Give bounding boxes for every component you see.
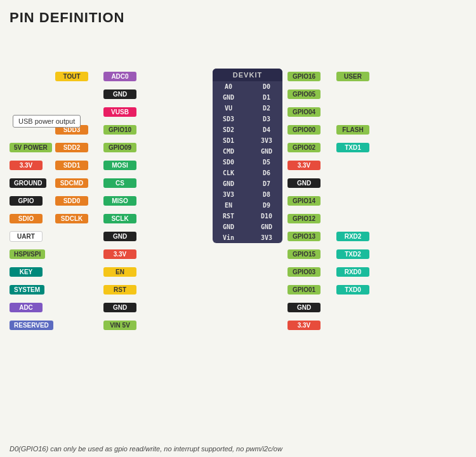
chip-pin-left: A0 [216,83,241,91]
pin-badge: GROUND [10,178,46,188]
list-item: MISO [103,194,136,206]
chip-pin-right: GND [255,147,279,156]
pin-badge: GND [103,303,136,312]
chip-row: SD3D3 [213,114,282,124]
chip-pin-right: D0 [255,83,279,91]
list-item: GPIO01 [288,283,321,295]
chip-pin-right: D2 [255,104,279,112]
chip-header: DEVKIT [213,69,282,81]
list-item: KEY [10,265,43,277]
pin-badge: TXD0 [336,285,369,295]
list-item: RXD0 [336,265,369,277]
pin-badge: VIN 5V [103,321,136,330]
list-item: ADC [10,301,43,312]
pin-badge: HSPI/SPI [10,249,45,259]
pin-badge: GPIO05 [288,89,321,99]
chip-pin-left: Vin [216,234,241,242]
list-item: GPIO16 [288,70,321,81]
pin-badge: GND [288,303,321,312]
pin-badge: RXD2 [336,232,369,241]
list-item: GND [103,88,136,99]
pin-badge: GPIO00 [288,125,321,135]
pin-badge: GPIO10 [103,125,136,135]
list-item: GPIO03 [288,265,321,277]
chip-row: GNDGND [213,222,282,232]
list-item: GND [288,176,321,188]
list-item: TXD1 [336,141,369,152]
list-item: 3.3V [288,319,321,330]
list-item: TXD2 [336,248,369,259]
list-item: VUSB [103,105,136,117]
pin-badge: RST [103,285,136,295]
list-item: GND [288,301,321,312]
chip-pin-right: D4 [255,126,279,134]
list-item: SDD0 [55,194,88,206]
list-item: TOUT [55,70,88,81]
footer-note: D0(GPIO16) can only be used as gpio read… [10,445,466,453]
chip-row: Vin3V3 [213,232,282,243]
pin-badge: GPIO09 [103,143,136,152]
pin-badge: GPIO12 [288,214,321,223]
list-item: HSPI/SPI [10,248,45,259]
pin-badge: GPIO02 [288,143,321,152]
pin-badge: CS [103,178,136,188]
pin-badge: TXD2 [336,249,369,259]
pin-badge: GPIO14 [288,196,321,206]
chip-pin-left: CMD [216,147,241,156]
list-item: 3.3V [10,159,43,170]
pin-badge: UART [10,231,43,242]
list-item: GPIO12 [288,212,321,223]
list-item: GPIO04 [288,105,321,117]
pin-badge: ADC0 [103,72,136,81]
chip-row: VUD2 [213,103,282,114]
pin-diagram: DEVKIT A0D0GNDD1VUD2SD3D3SD2D4SD13V3CMDG… [10,34,466,453]
pin-badge: RXD0 [336,267,369,277]
chip-row: 3V3D8 [213,189,282,200]
chip-pin-right: D9 [255,201,279,209]
pin-badge: SYSTEM [10,285,44,295]
pin-badge: 3.3V [288,161,321,170]
pin-badge: USER [336,72,369,81]
list-item: SDD2 [55,141,88,152]
list-item: GPIO02 [288,141,321,152]
chip-pin-right: D7 [255,180,279,188]
pin-badge: MISO [103,196,136,206]
pin-badge: GND [103,232,136,241]
list-item: FLASH [336,123,369,135]
pin-badge: SDD2 [55,143,88,152]
pin-badge: 3.3V [10,161,43,170]
pin-badge: TXD1 [336,143,369,152]
chip-pin-left: EN [216,201,241,209]
list-item: GPIO15 [288,248,321,259]
list-item: GND [103,301,136,312]
page-title: PIN DEFINITION [10,10,466,26]
chip-pin-right: D8 [255,190,279,199]
pin-badge: SDD0 [55,196,88,206]
list-item: SDD1 [55,159,88,170]
chip-pin-left: CLK [216,169,241,177]
pin-badge: FLASH [336,125,369,135]
chip-pin-left: VU [216,104,241,112]
chip-row: SD2D4 [213,124,282,135]
pin-badge: GND [103,89,136,99]
chip-row: CLKD6 [213,168,282,178]
chip-pin-right: D1 [255,93,279,102]
pin-badge: GPIO01 [288,285,321,295]
list-item: RXD2 [336,230,369,241]
list-item: EN [103,265,136,277]
list-item: SDIO [10,212,43,223]
pin-badge: KEY [10,267,43,277]
chip-row: RSTD10 [213,211,282,222]
pin-badge: 3.3V [103,249,136,259]
pin-badge: GPIO03 [288,267,321,277]
chip-pin-left: SD0 [216,158,241,166]
list-item: SYSTEM [10,283,44,295]
list-item: TXD0 [336,283,369,295]
chip-pin-left: SD2 [216,126,241,134]
list-item: 3.3V [288,159,321,170]
pin-badge: SDD1 [55,161,88,170]
pin-badge: SDCMD [55,178,88,188]
chip-pin-left: GND [216,180,241,188]
list-item: SDCMD [55,176,88,188]
chip-row: GNDD1 [213,92,282,103]
